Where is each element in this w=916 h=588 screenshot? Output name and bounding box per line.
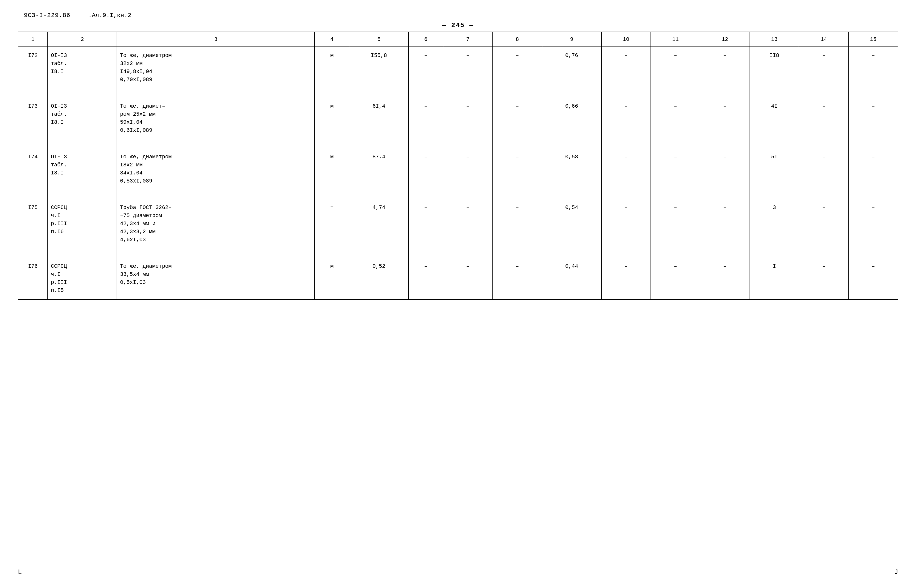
col-header-8: 8 — [493, 32, 542, 47]
bottom-border-row — [18, 300, 898, 300]
col-header-10: 10 — [601, 32, 651, 47]
col-header-9: 9 — [542, 32, 601, 47]
col-header-15: 15 — [848, 32, 898, 47]
page: 9СЗ-I-229.86 .Ал.9.I,кн.2 — 245 — — [0, 0, 916, 588]
col-header-2: 2 — [48, 32, 117, 47]
footer: L J — [18, 569, 898, 576]
col-header-6: 6 — [409, 32, 443, 47]
footer-right: J — [894, 569, 898, 576]
table-row: I74ОI-I3 табл. I8.IТо же, диаметром I8х2… — [18, 148, 898, 190]
col-header-13: 13 — [750, 32, 799, 47]
col-header-14: 14 — [799, 32, 848, 47]
col-header-7: 7 — [443, 32, 493, 47]
col-header-3: 3 — [117, 32, 315, 47]
table-row: I76ССРСЦ ч.I р.III п.I5То же, диаметром … — [18, 258, 898, 300]
table-row: I73ОI-I3 табл. I8.IТо же, диамет– ром 25… — [18, 97, 898, 139]
doc-number: 9СЗ-I-229.86 — [24, 12, 70, 19]
col-header-11: 11 — [651, 32, 700, 47]
row-spacer — [18, 249, 898, 258]
row-spacer — [18, 89, 898, 97]
header: 9СЗ-I-229.86 .Ал.9.I,кн.2 — [18, 12, 898, 19]
table-row: I75ССРСЦ ч.I р.III п.I6Труба ГОСТ 3262– … — [18, 199, 898, 249]
header-row: 1 2 3 4 5 6 7 8 9 10 11 12 13 14 15 — [18, 32, 898, 47]
row-spacer — [18, 190, 898, 199]
col-header-4: 4 — [315, 32, 349, 47]
main-table: 1 2 3 4 5 6 7 8 9 10 11 12 13 14 15 I72О… — [18, 32, 898, 300]
col-header-1: 1 — [18, 32, 48, 47]
doc-ref: .Ал.9.I,кн.2 — [88, 12, 131, 19]
page-number: — 245 — — [18, 22, 898, 29]
table-row: I72ОI-I3 табл. I8.IТо же, диаметром 32х2… — [18, 47, 898, 89]
row-spacer — [18, 139, 898, 148]
footer-left: L — [18, 569, 22, 576]
col-header-5: 5 — [349, 32, 409, 47]
col-header-12: 12 — [700, 32, 750, 47]
